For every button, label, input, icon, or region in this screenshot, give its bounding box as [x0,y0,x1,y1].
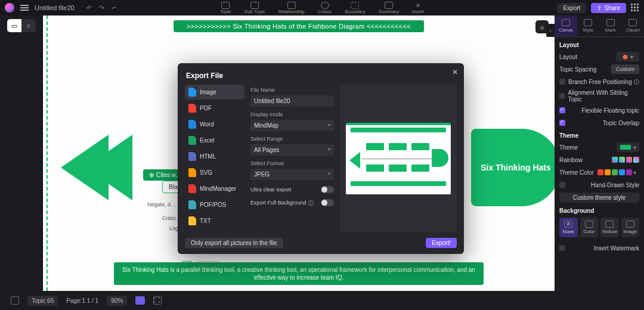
tab-style[interactable]: Style [577,16,600,37]
svg-file-icon [188,168,196,177]
fullscreen-icon[interactable]: ⛶ [153,296,162,305]
status-page: Page:1 1 / 1 [66,297,98,304]
format-excel[interactable]: Excel [185,133,244,148]
info-icon[interactable]: i [308,200,314,206]
full-bg-toggle[interactable] [321,199,334,206]
check-flex-float[interactable] [559,107,565,113]
top-bar: Untitled file20 ↶ ↷ ⤺ Topic Sub Topic Re… [0,0,644,16]
theme-color-swatches[interactable]: ▾ [597,169,639,175]
html-file-icon [188,152,196,161]
rainbow-swatches[interactable] [612,157,639,163]
tool-colour[interactable]: Colour [318,2,332,14]
only-pictures-button[interactable]: Only export all pictures in the file [185,238,283,248]
format-pofpos[interactable]: POF/POS [185,197,244,212]
guide-line [47,16,48,291]
fish-head[interactable]: Six Thinking Hats [471,129,555,206]
presentation-icon[interactable] [135,296,145,305]
diagram-title-banner: >>>>>>>>>>> Six Thinking Hats of the Fis… [174,20,424,32]
export-options: File Name Display mode MindMap Select Ra… [250,85,334,232]
check-topic-overlap[interactable] [559,120,565,126]
export-confirm-button[interactable]: Export! [426,238,457,248]
format-mindmanager[interactable]: MindManager [185,181,244,196]
right-panel: Canva Style Mark Clipart Layout Layout ⬣… [555,16,644,291]
tool-insert[interactable]: ＋Insert [412,2,424,14]
list-view-icon[interactable]: ≡ [21,19,36,32]
bg-color[interactable]: Color [580,218,599,237]
collapse-panel-icon[interactable]: › [546,24,555,37]
format-word[interactable]: Word [185,117,244,132]
full-bg-label: Export Full Backgroundi [250,200,314,206]
preview-image [346,123,451,194]
format-svg[interactable]: SVG [185,165,244,180]
custom-theme-button[interactable]: Custom theme style [559,193,639,203]
layout-label: Layout [559,54,577,60]
view-toggle[interactable]: ▭ ≡ [7,19,36,32]
close-icon[interactable]: ✕ [452,68,458,76]
export-modal: ✕ Export File Image PDF Word Excel HTML … [178,63,464,254]
status-topic: Topic 65 [27,296,58,306]
mindmanager-file-icon [188,184,196,193]
none-icon: ⊘ [564,221,572,228]
display-mode-select[interactable]: MindMap [250,120,334,131]
share-button[interactable]: ⇪Share [591,3,626,13]
footnote-banner: Six Thinking Hats is a parallel thinking… [114,262,484,285]
select-range-select[interactable]: All Pages [250,144,334,156]
display-mode-label: Display mode [250,111,334,117]
section-theme: Theme [559,132,639,139]
select-format-select[interactable]: JPEG [250,169,334,180]
pages-icon[interactable] [11,296,19,305]
tool-summary[interactable]: Summary [379,2,399,14]
image-file-icon [188,88,196,97]
topic-spacing-label: Topic Spacing [559,66,596,73]
tab-clipart[interactable]: Clipart [622,16,645,37]
modal-title: Export File [178,63,464,85]
color-icon [585,221,593,228]
apps-icon[interactable] [631,4,639,12]
topic-spacing-custom[interactable]: Custom [611,64,639,74]
check-branch-free[interactable] [559,79,565,85]
select-range-label: Select Range [250,136,334,142]
theme-select[interactable]: ▾ [617,142,639,152]
theme-label: Theme [559,144,578,151]
status-zoom[interactable]: 90% [107,296,127,306]
card-view-icon[interactable]: ▭ [7,19,21,32]
rainbow-label: Rainbow [559,157,583,163]
image-icon [626,221,634,228]
tool-boundary[interactable]: Boundary [345,2,365,14]
format-pdf[interactable]: PDF [185,101,244,116]
tool-relationship[interactable]: Relationship [278,2,305,14]
tab-mark[interactable]: Mark [599,16,622,37]
bg-image[interactable]: Image [621,218,640,237]
app-logo [5,3,14,13]
bg-texture[interactable]: Texture [600,218,619,237]
select-format-label: Select Format [250,160,334,166]
check-watermark[interactable] [559,245,565,251]
layout-select[interactable]: ⬣▾ [617,52,639,61]
share-icon: ⇪ [597,5,602,11]
pof-file-icon [188,200,196,209]
ultra-clear-toggle[interactable] [321,186,334,193]
ribbon-tools: Topic Sub Topic Relationship Colour Boun… [220,0,424,16]
tool-topic[interactable]: Topic [220,2,231,14]
undo-icon[interactable]: ↶ [86,4,92,12]
menu-icon[interactable] [20,5,29,11]
bg-none[interactable]: ⊘None [559,218,578,237]
export-button[interactable]: Export [557,3,586,13]
format-html[interactable]: HTML [185,149,244,164]
tab-canva[interactable]: Canva [555,16,577,37]
txt-file-icon [188,216,196,225]
format-txt[interactable]: TXT [185,213,244,228]
history-icon[interactable]: ⤺ [112,4,117,12]
section-background: Background [559,207,639,214]
check-align-sibling[interactable] [559,93,565,99]
excel-file-icon [188,136,196,145]
info-icon[interactable]: i [634,79,639,85]
ultra-clear-label: Ultra clear export [250,187,292,193]
tool-subtopic[interactable]: Sub Topic [244,2,265,14]
file-name-input[interactable] [250,95,334,107]
subtopic-1[interactable]: Negate, d… [147,202,176,207]
format-image[interactable]: Image [185,85,244,100]
redo-icon[interactable]: ↷ [99,4,104,12]
check-hand-drawn[interactable] [559,182,565,188]
file-name-label: File Name [250,87,334,93]
